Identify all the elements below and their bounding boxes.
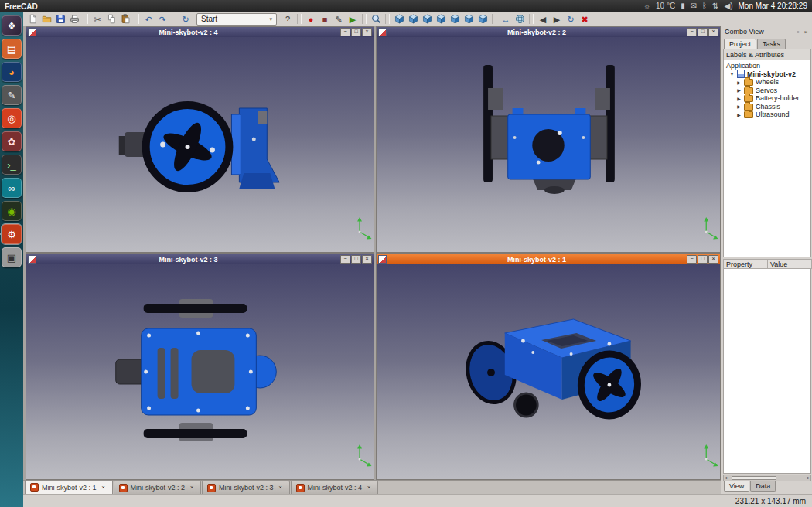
save-button[interactable]: [53, 13, 67, 26]
view-rear-button[interactable]: [448, 13, 462, 26]
tree-item-ultrasound[interactable]: ▶ Ultrasound: [724, 111, 810, 119]
copy-button[interactable]: [104, 13, 118, 26]
subwindow-4-titlebar[interactable]: Mini-skybot-v2 : 4 − □ ×: [26, 27, 374, 37]
horizontal-scrollbar[interactable]: ◂ ▸: [723, 475, 811, 481]
view-right-button[interactable]: [434, 13, 448, 26]
launcher-item-arduino[interactable]: ∞: [2, 178, 22, 198]
undo-button[interactable]: ↶: [142, 13, 155, 26]
nav-reload-button[interactable]: ↻: [564, 13, 578, 26]
minimize-button[interactable]: −: [340, 255, 350, 264]
redo-button[interactable]: ↷: [155, 13, 169, 26]
mdi-tab-3[interactable]: Mini-skybot-v2 : 3 ×: [202, 481, 290, 494]
launcher-item-firefox[interactable]: ◕: [2, 62, 22, 82]
launcher-item-nvidia[interactable]: ◉: [2, 201, 22, 221]
subwindow-1-titlebar[interactable]: Mini-skybot-v2 : 1 − □ ×: [377, 254, 720, 264]
restore-button[interactable]: □: [351, 255, 361, 264]
paste-button[interactable]: [118, 13, 132, 26]
tree-root-application[interactable]: Application: [724, 62, 810, 70]
viewport-1[interactable]: [377, 264, 720, 479]
new-file-button[interactable]: [26, 13, 39, 26]
mdi-tab-2[interactable]: Mini-skybot-v2 : 2 ×: [114, 481, 202, 494]
close-button[interactable]: ×: [362, 28, 372, 36]
mdi-tab-4[interactable]: Mini-skybot-v2 : 4 ×: [291, 481, 379, 494]
close-button[interactable]: ×: [708, 28, 718, 36]
launcher-item-screenshot[interactable]: ▣: [2, 247, 22, 267]
tree-item-document[interactable]: ▼ Mini-skybot-v2: [724, 70, 810, 79]
tab-tasks[interactable]: Tasks: [757, 39, 786, 49]
launcher-item-photos[interactable]: ✿: [2, 131, 22, 151]
bluetooth-icon[interactable]: ᛒ: [702, 0, 707, 12]
viewport-4[interactable]: [26, 37, 374, 252]
cut-button[interactable]: ✂: [90, 13, 104, 26]
collapse-arrow-icon[interactable]: ▶: [736, 104, 742, 109]
tab-data[interactable]: Data: [750, 481, 776, 492]
whats-this-button[interactable]: ?: [281, 13, 295, 26]
close-button[interactable]: ×: [362, 255, 372, 264]
close-tab-icon[interactable]: ×: [277, 484, 285, 492]
launcher-item-files[interactable]: ▤: [2, 39, 22, 59]
temperature-indicator[interactable]: 10 °C: [656, 0, 675, 12]
tree-item-battery-holder[interactable]: ▶ Battery-holder: [724, 94, 810, 103]
expand-arrow-icon[interactable]: ▼: [729, 72, 735, 77]
battery-icon[interactable]: ▮: [681, 0, 685, 12]
view-axonometric-button[interactable]: [392, 13, 406, 26]
view-front-button[interactable]: [406, 13, 420, 26]
subwindow-3-titlebar[interactable]: Mini-skybot-v2 : 3 − □ ×: [26, 254, 374, 264]
clock[interactable]: Mon Mar 4 20:28:29: [739, 0, 808, 12]
tree-item-servos[interactable]: ▶ Servos: [724, 87, 810, 95]
macro-record-button[interactable]: ●: [304, 13, 318, 26]
tab-view[interactable]: View: [724, 481, 749, 492]
launcher-item-gimp[interactable]: ✎: [2, 85, 22, 105]
launcher-item-ubuntu-software[interactable]: ◎: [2, 108, 22, 128]
scroll-right-icon[interactable]: ▸: [807, 475, 810, 481]
scroll-left-icon[interactable]: ◂: [725, 475, 727, 481]
scrollbar-thumb[interactable]: [732, 476, 776, 480]
nav-back-button[interactable]: ◀: [536, 13, 550, 26]
subwindow-2-titlebar[interactable]: Mini-skybot-v2 : 2 − □ ×: [377, 27, 720, 37]
mdi-tab-1[interactable]: Mini-skybot-v2 : 1 ×: [25, 480, 113, 494]
measure-button[interactable]: ↔: [499, 13, 513, 26]
macro-run-button[interactable]: ▶: [346, 13, 360, 26]
network-icon[interactable]: ⇅: [712, 0, 718, 12]
fit-all-button[interactable]: [369, 13, 383, 26]
scene-globe-button[interactable]: [513, 13, 527, 26]
volume-icon[interactable]: ◀): [724, 0, 732, 12]
open-file-button[interactable]: [39, 13, 53, 26]
close-panel-button[interactable]: ×: [802, 29, 810, 36]
nav-stop-button[interactable]: ✖: [578, 13, 592, 26]
workbench-selector[interactable]: Start ▾: [196, 13, 277, 26]
nav-forward-button[interactable]: ▶: [550, 13, 564, 26]
mail-icon[interactable]: ✉: [691, 0, 697, 12]
collapse-arrow-icon[interactable]: ▶: [736, 112, 742, 117]
tree-item-wheels[interactable]: ▶ Wheels: [724, 78, 810, 87]
viewport-3[interactable]: [26, 264, 374, 479]
close-tab-icon[interactable]: ×: [188, 484, 196, 492]
close-button[interactable]: ×: [708, 255, 718, 264]
view-left-button[interactable]: [476, 13, 490, 26]
view-top-button[interactable]: [420, 13, 434, 26]
minimize-button[interactable]: −: [687, 28, 697, 36]
minimize-button[interactable]: −: [687, 255, 697, 264]
view-bottom-button[interactable]: [462, 13, 476, 26]
weather-icon[interactable]: ☼: [643, 0, 650, 12]
restore-button[interactable]: □: [698, 28, 708, 36]
refresh-button[interactable]: ↻: [179, 13, 193, 26]
minimize-button[interactable]: −: [340, 28, 350, 36]
tab-project[interactable]: Project: [724, 39, 756, 49]
close-tab-icon[interactable]: ×: [100, 484, 107, 492]
restore-button[interactable]: □: [698, 255, 708, 264]
tree-item-chassis[interactable]: ▶ Chassis: [724, 103, 810, 111]
print-button[interactable]: [67, 13, 81, 26]
launcher-item-terminal[interactable]: ›_: [2, 155, 22, 175]
restore-button[interactable]: □: [351, 28, 361, 36]
macro-stop-button[interactable]: ■: [318, 13, 332, 26]
collapse-arrow-icon[interactable]: ▶: [736, 87, 742, 93]
collapse-arrow-icon[interactable]: ▶: [736, 96, 742, 101]
launcher-item-dash-home[interactable]: ❖: [2, 15, 22, 36]
viewport-2[interactable]: [377, 37, 720, 252]
combo-view-header[interactable]: Combo View ▫ ×: [722, 26, 812, 37]
close-tab-icon[interactable]: ×: [365, 484, 373, 492]
float-panel-button[interactable]: ▫: [794, 29, 802, 36]
collapse-arrow-icon[interactable]: ▶: [736, 80, 742, 85]
macro-edit-button[interactable]: ✎: [332, 13, 346, 26]
